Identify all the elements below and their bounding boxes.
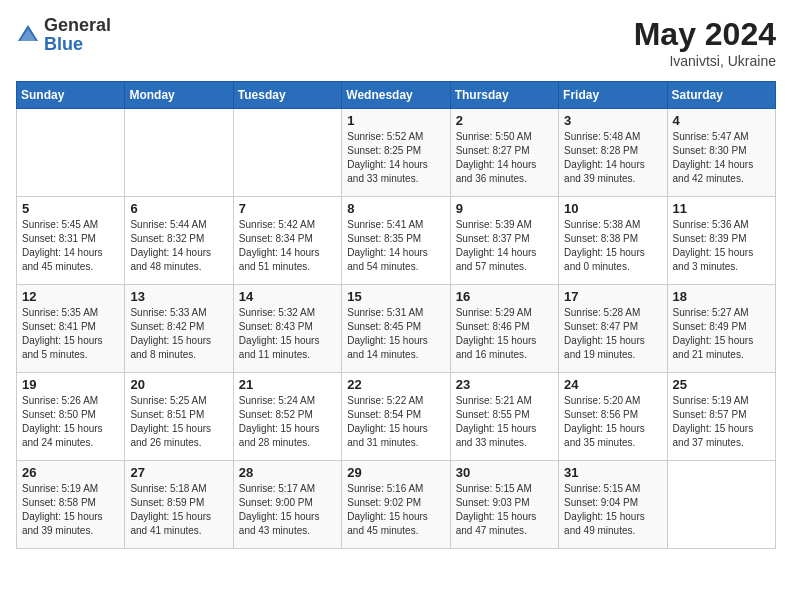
day-number: 23	[456, 377, 553, 392]
day-number: 17	[564, 289, 661, 304]
calendar-cell: 27Sunrise: 5:18 AM Sunset: 8:59 PM Dayli…	[125, 461, 233, 549]
calendar-header: SundayMondayTuesdayWednesdayThursdayFrid…	[17, 82, 776, 109]
calendar-cell: 20Sunrise: 5:25 AM Sunset: 8:51 PM Dayli…	[125, 373, 233, 461]
week-row-4: 19Sunrise: 5:26 AM Sunset: 8:50 PM Dayli…	[17, 373, 776, 461]
day-info: Sunrise: 5:48 AM Sunset: 8:28 PM Dayligh…	[564, 130, 661, 186]
day-number: 8	[347, 201, 444, 216]
day-info: Sunrise: 5:19 AM Sunset: 8:57 PM Dayligh…	[673, 394, 770, 450]
day-info: Sunrise: 5:31 AM Sunset: 8:45 PM Dayligh…	[347, 306, 444, 362]
day-info: Sunrise: 5:50 AM Sunset: 8:27 PM Dayligh…	[456, 130, 553, 186]
calendar-cell: 6Sunrise: 5:44 AM Sunset: 8:32 PM Daylig…	[125, 197, 233, 285]
day-info: Sunrise: 5:26 AM Sunset: 8:50 PM Dayligh…	[22, 394, 119, 450]
calendar-cell: 5Sunrise: 5:45 AM Sunset: 8:31 PM Daylig…	[17, 197, 125, 285]
calendar-cell: 19Sunrise: 5:26 AM Sunset: 8:50 PM Dayli…	[17, 373, 125, 461]
calendar-cell: 18Sunrise: 5:27 AM Sunset: 8:49 PM Dayli…	[667, 285, 775, 373]
calendar-cell: 2Sunrise: 5:50 AM Sunset: 8:27 PM Daylig…	[450, 109, 558, 197]
day-info: Sunrise: 5:38 AM Sunset: 8:38 PM Dayligh…	[564, 218, 661, 274]
calendar-cell: 25Sunrise: 5:19 AM Sunset: 8:57 PM Dayli…	[667, 373, 775, 461]
calendar-cell	[667, 461, 775, 549]
logo-blue: Blue	[44, 34, 83, 54]
calendar-table: SundayMondayTuesdayWednesdayThursdayFrid…	[16, 81, 776, 549]
calendar-cell: 11Sunrise: 5:36 AM Sunset: 8:39 PM Dayli…	[667, 197, 775, 285]
calendar-cell: 28Sunrise: 5:17 AM Sunset: 9:00 PM Dayli…	[233, 461, 341, 549]
day-number: 24	[564, 377, 661, 392]
day-number: 7	[239, 201, 336, 216]
calendar-cell: 29Sunrise: 5:16 AM Sunset: 9:02 PM Dayli…	[342, 461, 450, 549]
day-info: Sunrise: 5:36 AM Sunset: 8:39 PM Dayligh…	[673, 218, 770, 274]
weekday-header-sunday: Sunday	[17, 82, 125, 109]
day-info: Sunrise: 5:52 AM Sunset: 8:25 PM Dayligh…	[347, 130, 444, 186]
day-info: Sunrise: 5:42 AM Sunset: 8:34 PM Dayligh…	[239, 218, 336, 274]
day-info: Sunrise: 5:18 AM Sunset: 8:59 PM Dayligh…	[130, 482, 227, 538]
day-info: Sunrise: 5:22 AM Sunset: 8:54 PM Dayligh…	[347, 394, 444, 450]
calendar-cell	[17, 109, 125, 197]
day-number: 28	[239, 465, 336, 480]
day-number: 11	[673, 201, 770, 216]
day-number: 15	[347, 289, 444, 304]
day-info: Sunrise: 5:19 AM Sunset: 8:58 PM Dayligh…	[22, 482, 119, 538]
calendar-cell: 10Sunrise: 5:38 AM Sunset: 8:38 PM Dayli…	[559, 197, 667, 285]
day-info: Sunrise: 5:20 AM Sunset: 8:56 PM Dayligh…	[564, 394, 661, 450]
calendar-cell: 7Sunrise: 5:42 AM Sunset: 8:34 PM Daylig…	[233, 197, 341, 285]
calendar-cell: 30Sunrise: 5:15 AM Sunset: 9:03 PM Dayli…	[450, 461, 558, 549]
week-row-5: 26Sunrise: 5:19 AM Sunset: 8:58 PM Dayli…	[17, 461, 776, 549]
calendar-cell: 31Sunrise: 5:15 AM Sunset: 9:04 PM Dayli…	[559, 461, 667, 549]
day-info: Sunrise: 5:24 AM Sunset: 8:52 PM Dayligh…	[239, 394, 336, 450]
calendar-location: Ivanivtsi, Ukraine	[634, 53, 776, 69]
day-number: 30	[456, 465, 553, 480]
day-info: Sunrise: 5:35 AM Sunset: 8:41 PM Dayligh…	[22, 306, 119, 362]
day-number: 1	[347, 113, 444, 128]
day-number: 21	[239, 377, 336, 392]
calendar-cell: 13Sunrise: 5:33 AM Sunset: 8:42 PM Dayli…	[125, 285, 233, 373]
day-number: 4	[673, 113, 770, 128]
calendar-title: May 2024	[634, 16, 776, 53]
day-info: Sunrise: 5:47 AM Sunset: 8:30 PM Dayligh…	[673, 130, 770, 186]
day-number: 25	[673, 377, 770, 392]
calendar-cell: 22Sunrise: 5:22 AM Sunset: 8:54 PM Dayli…	[342, 373, 450, 461]
weekday-header-friday: Friday	[559, 82, 667, 109]
day-info: Sunrise: 5:15 AM Sunset: 9:03 PM Dayligh…	[456, 482, 553, 538]
logo-general: General	[44, 15, 111, 35]
page-header: General Blue May 2024 Ivanivtsi, Ukraine	[16, 16, 776, 69]
day-number: 2	[456, 113, 553, 128]
calendar-cell: 8Sunrise: 5:41 AM Sunset: 8:35 PM Daylig…	[342, 197, 450, 285]
day-info: Sunrise: 5:32 AM Sunset: 8:43 PM Dayligh…	[239, 306, 336, 362]
logo: General Blue	[16, 16, 111, 54]
day-info: Sunrise: 5:16 AM Sunset: 9:02 PM Dayligh…	[347, 482, 444, 538]
weekday-header-monday: Monday	[125, 82, 233, 109]
week-row-3: 12Sunrise: 5:35 AM Sunset: 8:41 PM Dayli…	[17, 285, 776, 373]
day-number: 16	[456, 289, 553, 304]
day-number: 29	[347, 465, 444, 480]
day-number: 10	[564, 201, 661, 216]
day-number: 27	[130, 465, 227, 480]
calendar-cell	[125, 109, 233, 197]
logo-text: General Blue	[44, 16, 111, 54]
calendar-cell: 26Sunrise: 5:19 AM Sunset: 8:58 PM Dayli…	[17, 461, 125, 549]
day-number: 9	[456, 201, 553, 216]
weekday-header-row: SundayMondayTuesdayWednesdayThursdayFrid…	[17, 82, 776, 109]
day-number: 14	[239, 289, 336, 304]
day-number: 19	[22, 377, 119, 392]
calendar-cell: 17Sunrise: 5:28 AM Sunset: 8:47 PM Dayli…	[559, 285, 667, 373]
calendar-cell: 16Sunrise: 5:29 AM Sunset: 8:46 PM Dayli…	[450, 285, 558, 373]
day-number: 18	[673, 289, 770, 304]
logo-icon	[16, 23, 40, 47]
day-info: Sunrise: 5:44 AM Sunset: 8:32 PM Dayligh…	[130, 218, 227, 274]
day-number: 13	[130, 289, 227, 304]
day-number: 5	[22, 201, 119, 216]
calendar-cell: 23Sunrise: 5:21 AM Sunset: 8:55 PM Dayli…	[450, 373, 558, 461]
calendar-cell: 9Sunrise: 5:39 AM Sunset: 8:37 PM Daylig…	[450, 197, 558, 285]
day-info: Sunrise: 5:41 AM Sunset: 8:35 PM Dayligh…	[347, 218, 444, 274]
calendar-cell: 14Sunrise: 5:32 AM Sunset: 8:43 PM Dayli…	[233, 285, 341, 373]
day-info: Sunrise: 5:15 AM Sunset: 9:04 PM Dayligh…	[564, 482, 661, 538]
calendar-cell: 3Sunrise: 5:48 AM Sunset: 8:28 PM Daylig…	[559, 109, 667, 197]
calendar-cell: 4Sunrise: 5:47 AM Sunset: 8:30 PM Daylig…	[667, 109, 775, 197]
calendar-body: 1Sunrise: 5:52 AM Sunset: 8:25 PM Daylig…	[17, 109, 776, 549]
day-number: 12	[22, 289, 119, 304]
weekday-header-tuesday: Tuesday	[233, 82, 341, 109]
day-info: Sunrise: 5:39 AM Sunset: 8:37 PM Dayligh…	[456, 218, 553, 274]
day-number: 22	[347, 377, 444, 392]
week-row-2: 5Sunrise: 5:45 AM Sunset: 8:31 PM Daylig…	[17, 197, 776, 285]
day-number: 6	[130, 201, 227, 216]
calendar-cell: 12Sunrise: 5:35 AM Sunset: 8:41 PM Dayli…	[17, 285, 125, 373]
